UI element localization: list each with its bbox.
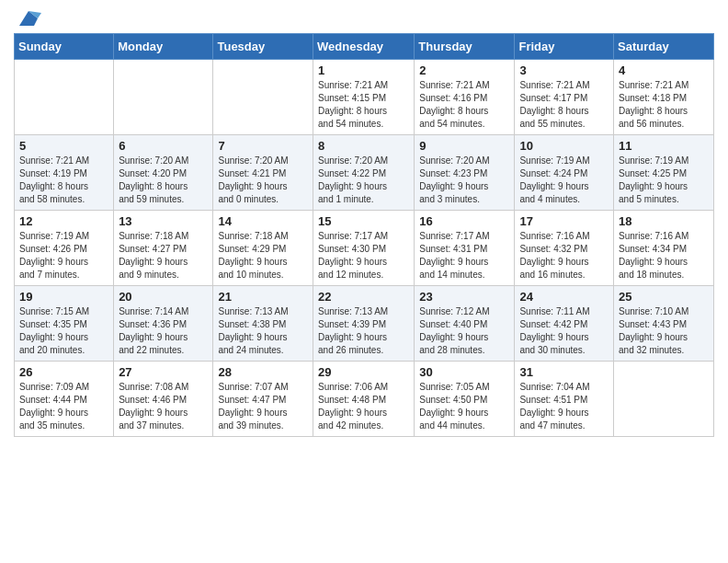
day-info: Sunrise: 7:19 AM Sunset: 4:25 PM Dayligh… [619, 155, 709, 206]
calendar-cell: 19Sunrise: 7:15 AM Sunset: 4:35 PM Dayli… [15, 286, 114, 362]
day-number: 24 [519, 290, 609, 304]
day-info: Sunrise: 7:21 AM Sunset: 4:19 PM Dayligh… [19, 155, 108, 206]
calendar-cell: 4Sunrise: 7:21 AM Sunset: 4:18 PM Daylig… [614, 60, 714, 135]
weekday-header: Tuesday [213, 34, 313, 60]
calendar-cell: 5Sunrise: 7:21 AM Sunset: 4:19 PM Daylig… [15, 135, 114, 211]
day-info: Sunrise: 7:15 AM Sunset: 4:35 PM Dayligh… [19, 305, 108, 357]
day-info: Sunrise: 7:17 AM Sunset: 4:31 PM Dayligh… [419, 230, 509, 282]
day-number: 29 [318, 365, 409, 379]
day-number: 10 [519, 139, 609, 153]
day-number: 7 [218, 139, 308, 153]
day-info: Sunrise: 7:08 AM Sunset: 4:46 PM Dayligh… [119, 381, 208, 432]
day-number: 4 [619, 63, 709, 77]
calendar-header-row: SundayMondayTuesdayWednesdayThursdayFrid… [15, 34, 714, 60]
page-header [14, 9, 714, 26]
day-number: 22 [318, 290, 409, 304]
day-info: Sunrise: 7:05 AM Sunset: 4:50 PM Dayligh… [419, 381, 509, 432]
day-number: 12 [19, 214, 108, 228]
day-info: Sunrise: 7:13 AM Sunset: 4:38 PM Dayligh… [218, 305, 308, 357]
calendar-table: SundayMondayTuesdayWednesdayThursdayFrid… [14, 33, 714, 437]
day-number: 23 [419, 290, 509, 304]
day-number: 3 [519, 63, 609, 77]
day-number: 14 [218, 214, 308, 228]
calendar-cell: 1Sunrise: 7:21 AM Sunset: 4:15 PM Daylig… [313, 60, 415, 135]
day-info: Sunrise: 7:21 AM Sunset: 4:15 PM Dayligh… [318, 79, 409, 131]
day-info: Sunrise: 7:17 AM Sunset: 4:30 PM Dayligh… [318, 230, 409, 282]
day-number: 15 [318, 214, 409, 228]
calendar-cell: 11Sunrise: 7:19 AM Sunset: 4:25 PM Dayli… [614, 135, 714, 211]
calendar-cell: 17Sunrise: 7:16 AM Sunset: 4:32 PM Dayli… [515, 211, 614, 286]
weekday-header: Friday [515, 34, 614, 60]
calendar-cell: 25Sunrise: 7:10 AM Sunset: 4:43 PM Dayli… [614, 286, 714, 362]
day-number: 17 [519, 214, 609, 228]
calendar-cell: 16Sunrise: 7:17 AM Sunset: 4:31 PM Dayli… [415, 211, 515, 286]
calendar-cell: 3Sunrise: 7:21 AM Sunset: 4:17 PM Daylig… [515, 60, 614, 135]
day-info: Sunrise: 7:07 AM Sunset: 4:47 PM Dayligh… [218, 381, 308, 432]
day-info: Sunrise: 7:20 AM Sunset: 4:21 PM Dayligh… [218, 155, 308, 206]
day-number: 28 [218, 365, 308, 379]
day-info: Sunrise: 7:14 AM Sunset: 4:36 PM Dayligh… [119, 305, 208, 357]
day-info: Sunrise: 7:06 AM Sunset: 4:48 PM Dayligh… [318, 381, 409, 432]
day-info: Sunrise: 7:18 AM Sunset: 4:29 PM Dayligh… [218, 230, 308, 282]
calendar-cell [15, 60, 114, 135]
calendar-cell: 15Sunrise: 7:17 AM Sunset: 4:30 PM Dayli… [313, 211, 415, 286]
logo [14, 9, 41, 26]
day-number: 5 [19, 139, 108, 153]
logo-icon [16, 9, 41, 29]
calendar-cell [213, 60, 313, 135]
calendar-cell: 7Sunrise: 7:20 AM Sunset: 4:21 PM Daylig… [213, 135, 313, 211]
calendar-cell: 28Sunrise: 7:07 AM Sunset: 4:47 PM Dayli… [213, 362, 313, 437]
calendar-cell: 10Sunrise: 7:19 AM Sunset: 4:24 PM Dayli… [515, 135, 614, 211]
day-info: Sunrise: 7:20 AM Sunset: 4:22 PM Dayligh… [318, 155, 409, 206]
day-number: 9 [419, 139, 509, 153]
day-info: Sunrise: 7:09 AM Sunset: 4:44 PM Dayligh… [19, 381, 108, 432]
day-number: 30 [419, 365, 509, 379]
calendar-cell: 22Sunrise: 7:13 AM Sunset: 4:39 PM Dayli… [313, 286, 415, 362]
weekday-header: Monday [114, 34, 213, 60]
calendar-cell: 30Sunrise: 7:05 AM Sunset: 4:50 PM Dayli… [415, 362, 515, 437]
day-number: 21 [218, 290, 308, 304]
day-number: 27 [119, 365, 208, 379]
weekday-header: Wednesday [313, 34, 415, 60]
day-info: Sunrise: 7:20 AM Sunset: 4:23 PM Dayligh… [419, 155, 509, 206]
day-number: 2 [419, 63, 509, 77]
day-info: Sunrise: 7:21 AM Sunset: 4:18 PM Dayligh… [619, 79, 709, 131]
calendar-cell: 13Sunrise: 7:18 AM Sunset: 4:27 PM Dayli… [114, 211, 213, 286]
day-info: Sunrise: 7:16 AM Sunset: 4:34 PM Dayligh… [619, 230, 709, 282]
day-number: 13 [119, 214, 208, 228]
weekday-header: Thursday [415, 34, 515, 60]
calendar-cell: 6Sunrise: 7:20 AM Sunset: 4:20 PM Daylig… [114, 135, 213, 211]
weekday-header: Saturday [614, 34, 714, 60]
calendar-cell: 20Sunrise: 7:14 AM Sunset: 4:36 PM Dayli… [114, 286, 213, 362]
calendar-cell: 9Sunrise: 7:20 AM Sunset: 4:23 PM Daylig… [415, 135, 515, 211]
calendar-cell [614, 362, 714, 437]
calendar-cell: 29Sunrise: 7:06 AM Sunset: 4:48 PM Dayli… [313, 362, 415, 437]
calendar-cell [114, 60, 213, 135]
calendar-cell: 31Sunrise: 7:04 AM Sunset: 4:51 PM Dayli… [515, 362, 614, 437]
calendar-week-row: 26Sunrise: 7:09 AM Sunset: 4:44 PM Dayli… [15, 362, 714, 437]
day-info: Sunrise: 7:13 AM Sunset: 4:39 PM Dayligh… [318, 305, 409, 357]
day-number: 20 [119, 290, 208, 304]
calendar-cell: 21Sunrise: 7:13 AM Sunset: 4:38 PM Dayli… [213, 286, 313, 362]
day-info: Sunrise: 7:12 AM Sunset: 4:40 PM Dayligh… [419, 305, 509, 357]
calendar-cell: 18Sunrise: 7:16 AM Sunset: 4:34 PM Dayli… [614, 211, 714, 286]
day-number: 8 [318, 139, 409, 153]
day-info: Sunrise: 7:19 AM Sunset: 4:26 PM Dayligh… [19, 230, 108, 282]
calendar-cell: 24Sunrise: 7:11 AM Sunset: 4:42 PM Dayli… [515, 286, 614, 362]
day-info: Sunrise: 7:21 AM Sunset: 4:17 PM Dayligh… [519, 79, 609, 131]
day-number: 16 [419, 214, 509, 228]
calendar-cell: 12Sunrise: 7:19 AM Sunset: 4:26 PM Dayli… [15, 211, 114, 286]
day-info: Sunrise: 7:11 AM Sunset: 4:42 PM Dayligh… [519, 305, 609, 357]
calendar-cell: 23Sunrise: 7:12 AM Sunset: 4:40 PM Dayli… [415, 286, 515, 362]
day-number: 6 [119, 139, 208, 153]
calendar-cell: 8Sunrise: 7:20 AM Sunset: 4:22 PM Daylig… [313, 135, 415, 211]
calendar-cell: 2Sunrise: 7:21 AM Sunset: 4:16 PM Daylig… [415, 60, 515, 135]
calendar-cell: 26Sunrise: 7:09 AM Sunset: 4:44 PM Dayli… [15, 362, 114, 437]
calendar-cell: 14Sunrise: 7:18 AM Sunset: 4:29 PM Dayli… [213, 211, 313, 286]
day-number: 1 [318, 63, 409, 77]
calendar-week-row: 5Sunrise: 7:21 AM Sunset: 4:19 PM Daylig… [15, 135, 714, 211]
day-info: Sunrise: 7:20 AM Sunset: 4:20 PM Dayligh… [119, 155, 208, 206]
weekday-header: Sunday [15, 34, 114, 60]
day-info: Sunrise: 7:10 AM Sunset: 4:43 PM Dayligh… [619, 305, 709, 357]
calendar-week-row: 12Sunrise: 7:19 AM Sunset: 4:26 PM Dayli… [15, 211, 714, 286]
